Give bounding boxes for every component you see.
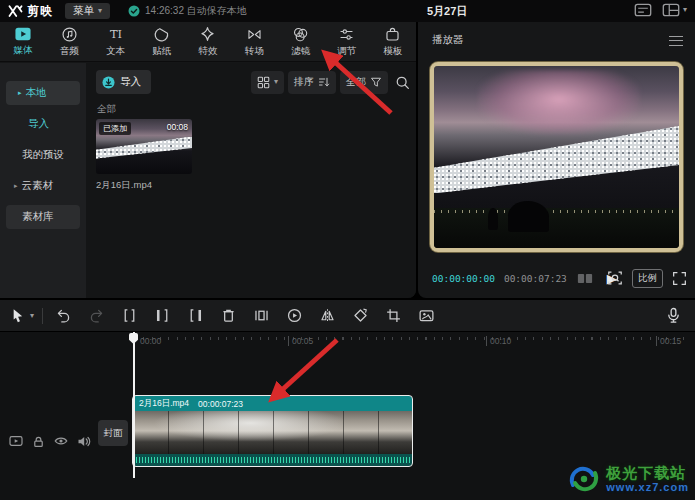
tab-audio[interactable]: 音频	[46, 22, 92, 61]
frame-preview-icon[interactable]	[577, 272, 593, 285]
search-icon[interactable]	[395, 75, 410, 90]
player-title: 播放器	[432, 33, 464, 47]
delete-icon[interactable]	[212, 307, 245, 324]
svg-text:TI: TI	[109, 27, 121, 41]
tab-filter[interactable]: 滤镜	[277, 22, 323, 61]
check-circle-icon	[128, 5, 140, 17]
undo-icon[interactable]	[47, 307, 80, 324]
player-controls: 00:00:00:00 00:00:07:23 ▶ 比例	[418, 258, 695, 298]
filter-all-button[interactable]: 全部	[340, 71, 388, 94]
matting-icon[interactable]	[410, 307, 443, 324]
speaker-icon[interactable]	[77, 435, 91, 448]
chevron-down-icon: ▾	[274, 78, 278, 86]
sidebar-item-my-presets[interactable]: 我的预设	[6, 143, 80, 167]
redo-icon[interactable]	[80, 307, 113, 324]
delete-left-icon[interactable]	[146, 307, 179, 324]
watermark-site-name: 极光下载站	[606, 465, 689, 482]
section-label-all: 全部	[97, 103, 116, 116]
watermark-url: www.xz7.com	[606, 481, 689, 493]
asset-tabs: 媒体 音频 TI 文本 贴纸	[0, 22, 416, 62]
sparkle-star-icon	[199, 26, 216, 43]
silhouette-mound	[508, 201, 550, 232]
cover-button[interactable]: 封面	[98, 420, 128, 446]
ruler-tick: 00:05	[288, 336, 313, 346]
music-note-icon	[61, 26, 78, 43]
sidebar-item-cloud-assets[interactable]: ▸ 云素材	[6, 174, 80, 198]
import-circle-icon	[102, 76, 115, 89]
project-date: 5月27日	[427, 4, 467, 19]
freeze-frame-icon[interactable]	[245, 307, 278, 324]
media-play-icon	[14, 26, 32, 42]
shortcut-panel-icon[interactable]	[634, 3, 652, 17]
tab-adjust[interactable]: 调节	[324, 22, 370, 61]
ratio-button[interactable]: 比例	[632, 269, 663, 288]
chevron-down-icon[interactable]: ▾	[30, 312, 34, 320]
timeline-clip[interactable]: 2月16日.mp4 00:00:07:23	[133, 396, 412, 466]
collapse-arrow-icon: ▸	[18, 89, 22, 97]
view-mode-button[interactable]: ▾	[251, 71, 284, 94]
collapse-arrow-icon: ▸	[14, 182, 18, 190]
layout-switch-icon[interactable]	[662, 3, 680, 17]
tab-effects[interactable]: 特效	[185, 22, 231, 61]
sidebar-item-local[interactable]: ▸ 本地	[6, 81, 80, 105]
sliders-icon	[338, 26, 355, 43]
sidebar-item-import[interactable]: 导入	[6, 112, 80, 136]
delete-right-icon[interactable]	[179, 307, 212, 324]
eye-icon[interactable]	[54, 435, 68, 447]
chevron-down-icon: ▾	[98, 7, 102, 15]
rotate-icon[interactable]	[344, 307, 377, 324]
tab-template[interactable]: 模板	[370, 22, 416, 61]
autosave-status: 14:26:32 自动保存本地	[128, 4, 247, 18]
app-name: 剪映	[27, 3, 53, 20]
fullscreen-icon[interactable]	[672, 271, 687, 286]
sidebar-item-asset-library[interactable]: 素材库	[6, 205, 80, 229]
clip-audio-waveform	[133, 454, 412, 466]
mirror-icon[interactable]	[311, 307, 344, 324]
chevron-down-icon[interactable]: ▾	[683, 6, 687, 14]
watermark-logo-icon	[567, 463, 601, 495]
video-preview[interactable]	[430, 62, 683, 252]
sort-icon	[318, 76, 330, 88]
player-menu-icon[interactable]	[669, 36, 683, 46]
current-timecode: 00:00:00:00	[432, 273, 495, 284]
clip-filename: 2月16日.mp4	[96, 179, 192, 192]
import-button[interactable]: 导入	[96, 70, 151, 94]
autosave-text: 14:26:32 自动保存本地	[145, 4, 247, 18]
crop-icon[interactable]	[377, 307, 410, 324]
total-timecode: 00:00:07:23	[504, 273, 567, 284]
timeline-area[interactable]: 00:00 00:05 00:10 00:15 封面	[0, 332, 695, 500]
text-ti-icon: TI	[107, 26, 125, 43]
tab-text[interactable]: TI 文本	[92, 22, 138, 61]
pink-clouds	[478, 70, 640, 136]
preview-quality-icon[interactable]	[607, 270, 623, 286]
ruler-tick: 00:00	[140, 336, 161, 346]
tab-transition[interactable]: 转场	[231, 22, 277, 61]
media-library-panel: 媒体 音频 TI 文本 贴纸	[0, 22, 416, 298]
media-card[interactable]: 已添加 00:08 2月16日.mp4	[96, 119, 192, 192]
menu-button[interactable]: 菜单 ▾	[65, 3, 110, 19]
funnel-icon	[370, 76, 382, 88]
video-thumbnail[interactable]: 已添加 00:08	[96, 119, 192, 174]
ruler-tick: 00:15	[656, 336, 681, 346]
capcut-app-window: 剪映 菜单 ▾ 14:26:32 自动保存本地 5月27日	[0, 0, 695, 500]
select-tool-icon[interactable]	[4, 307, 30, 324]
split-icon[interactable]	[113, 307, 146, 324]
clip-filmstrip	[133, 411, 412, 454]
track-header-controls	[0, 424, 92, 458]
tab-sticker[interactable]: 贴纸	[139, 22, 185, 61]
clip-duration-badge: 00:08	[167, 122, 188, 132]
template-bag-icon	[384, 26, 401, 43]
title-bar: 剪映 菜单 ▾ 14:26:32 自动保存本地 5月27日	[0, 0, 695, 22]
timeline-ruler[interactable]: 00:00 00:05 00:10 00:15	[0, 332, 695, 352]
microphone-icon[interactable]	[666, 307, 681, 324]
lock-icon[interactable]	[32, 435, 45, 448]
tab-media[interactable]: 媒体	[0, 22, 46, 61]
timeline-toolbar: ▾	[0, 300, 695, 331]
filter-circles-icon	[292, 26, 309, 43]
site-watermark: 极光下载站 www.xz7.com	[567, 463, 689, 495]
app-logo: 剪映	[8, 3, 53, 20]
divider	[42, 308, 43, 324]
sort-button[interactable]: 排序	[288, 71, 336, 94]
reverse-icon[interactable]	[278, 307, 311, 324]
playhead[interactable]	[133, 332, 135, 478]
